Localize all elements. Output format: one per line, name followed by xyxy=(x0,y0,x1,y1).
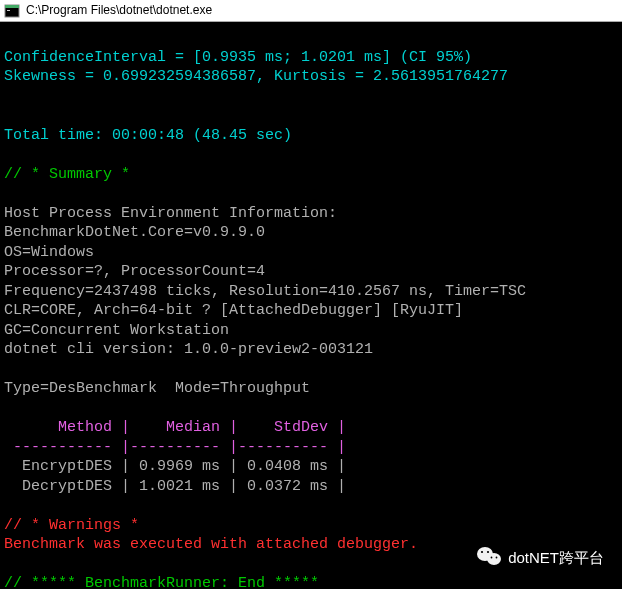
watermark: dotNET跨平台 xyxy=(476,545,604,572)
svg-point-6 xyxy=(487,550,489,552)
host-info-line: GC=Concurrent Workstation xyxy=(4,322,229,339)
wechat-icon xyxy=(476,545,502,572)
summary-header: // * Summary * xyxy=(4,166,130,183)
host-info-line: CLR=CORE, Arch=64-bit ? [AttachedDebugge… xyxy=(4,302,463,319)
type-mode-line: Type=DesBenchmark Mode=Throughput xyxy=(4,380,328,397)
table-row: EncryptDES | 0.9969 ms | 0.0408 ms | xyxy=(4,458,346,475)
table-separator: ----------- |---------- |---------- | xyxy=(4,439,346,456)
svg-rect-1 xyxy=(5,5,19,8)
host-info-line: Processor=?, ProcessorCount=4 xyxy=(4,263,265,280)
runner-end-line: // ***** BenchmarkRunner: End ***** xyxy=(4,575,319,589)
skewness-kurtosis-line: Skewness = 0.699232594386587, Kurtosis =… xyxy=(4,68,508,85)
host-info-line: BenchmarkDotNet.Core=v0.9.9.0 xyxy=(4,224,265,241)
host-info-line: Frequency=2437498 ticks, Resolution=410.… xyxy=(4,283,526,300)
svg-point-5 xyxy=(481,550,483,552)
app-icon xyxy=(4,3,20,19)
confidence-interval-line: ConfidenceInterval = [0.9935 ms; 1.0201 … xyxy=(4,49,472,66)
console-output: ConfidenceInterval = [0.9935 ms; 1.0201 … xyxy=(0,22,622,589)
svg-point-7 xyxy=(491,556,493,558)
warnings-header: // * Warnings * xyxy=(4,517,139,534)
window-title-bar[interactable]: C:\Program Files\dotnet\dotnet.exe xyxy=(0,0,622,22)
watermark-text: dotNET跨平台 xyxy=(508,548,604,568)
svg-point-4 xyxy=(487,553,501,565)
host-info-line: Host Process Environment Information: xyxy=(4,205,337,222)
table-row: DecryptDES | 1.0021 ms | 0.0372 ms | xyxy=(4,478,346,495)
svg-point-8 xyxy=(496,556,498,558)
window-title: C:\Program Files\dotnet\dotnet.exe xyxy=(26,3,212,19)
warnings-body: Benchmark was executed with attached deb… xyxy=(4,536,418,553)
host-info-line: OS=Windows xyxy=(4,244,94,261)
host-info-line: dotnet cli version: 1.0.0-preview2-00312… xyxy=(4,341,373,358)
table-header: Method | Median | StdDev | xyxy=(4,419,346,436)
svg-rect-2 xyxy=(7,10,10,11)
total-time-line: Total time: 00:00:48 (48.45 sec) xyxy=(4,127,292,144)
